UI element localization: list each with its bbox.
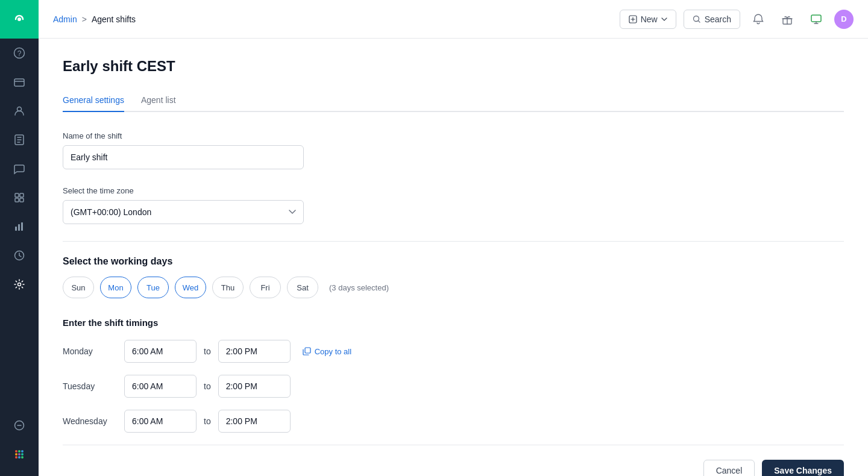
app-logo[interactable] [0,0,39,39]
day-mon[interactable]: Mon [100,277,131,298]
shift-name-label: Name of the shift [63,131,844,140]
avatar[interactable]: D [834,10,854,29]
tuesday-end-input[interactable] [218,375,291,398]
to-label-tuesday: to [204,381,211,391]
page-title: Early shift CEST [63,58,844,75]
day-sat[interactable]: Sat [287,277,318,298]
inbox-icon[interactable] [0,67,39,96]
svg-point-1 [17,17,21,21]
svg-rect-11 [15,227,17,231]
wednesday-start-input[interactable] [124,410,197,433]
timing-row-monday: Monday to Copy to all [63,340,844,363]
day-sun[interactable]: Sun [63,277,94,298]
svg-point-24 [18,456,20,459]
shift-timings-section: Enter the shift timings Monday to Copy t… [63,318,844,433]
book-icon[interactable] [0,125,39,154]
breadcrumb-separator: > [82,14,87,24]
svg-rect-8 [20,193,24,197]
day-selector: Sun Mon Tue Wed Thu Fri Sat (3 days sele… [63,277,844,298]
tab-agent-list[interactable]: Agent list [141,89,176,112]
monday-end-input[interactable] [218,340,291,363]
wednesday-end-input[interactable] [218,410,291,433]
notifications-icon[interactable] [747,8,769,30]
monday-label: Monday [63,346,117,356]
day-wed[interactable]: Wed [175,277,206,298]
main-content: Admin > Agent shifts New Search [39,0,868,476]
svg-rect-12 [18,224,20,231]
svg-rect-9 [15,198,19,202]
search-button[interactable]: Search [684,10,740,29]
chart-icon[interactable] [0,212,39,241]
svg-point-17 [15,450,17,453]
timezone-select[interactable]: (GMT+00:00) London (GMT+01:00) Paris (GM… [63,200,304,224]
status-icon[interactable] [0,411,39,440]
help-icon[interactable]: ? [0,39,39,67]
timezone-section: Select the time zone (GMT+00:00) London … [63,186,844,224]
tabs: General settings Agent list [63,89,844,112]
working-days-section: Select the working days Sun Mon Tue Wed … [63,256,844,298]
timing-row-tuesday: Tuesday to [63,375,844,398]
svg-rect-4 [14,79,24,86]
cancel-button[interactable]: Cancel [703,460,755,476]
breadcrumb-admin[interactable]: Admin [53,14,77,24]
tab-general-settings[interactable]: General settings [63,89,124,112]
timing-row-wednesday: Wednesday to [63,410,844,433]
settings-icon[interactable] [0,270,39,299]
svg-point-22 [21,453,24,456]
clock-icon[interactable] [0,241,39,270]
grid-icon[interactable] [0,183,39,212]
section-divider [63,241,844,242]
day-thu[interactable]: Thu [212,277,244,298]
save-changes-button[interactable]: Save Changes [762,460,844,476]
svg-point-15 [18,283,21,286]
day-fri[interactable]: Fri [250,277,281,298]
svg-rect-13 [21,222,23,231]
svg-rect-29 [811,15,821,22]
sidebar: ? [0,0,39,476]
apps-icon[interactable] [0,440,39,469]
wednesday-label: Wednesday [63,416,117,426]
svg-point-21 [18,453,20,456]
working-days-title: Select the working days [63,256,844,267]
day-tue[interactable]: Tue [137,277,169,298]
page-body: Early shift CEST General settings Agent … [39,39,868,476]
topbar-actions: New Search D [620,8,854,30]
svg-point-25 [21,456,24,459]
tuesday-start-input[interactable] [124,375,197,398]
chat-icon[interactable] [0,154,39,183]
copy-to-all-button[interactable]: Copy to all [298,347,356,356]
shift-timings-title: Enter the shift timings [63,318,844,328]
copy-to-all-label: Copy to all [315,347,351,356]
gift-icon[interactable] [776,8,798,30]
svg-point-18 [18,450,20,453]
new-button[interactable]: New [620,10,676,29]
contacts-icon[interactable] [0,96,39,125]
svg-rect-10 [20,198,24,202]
timezone-label: Select the time zone [63,186,844,195]
topbar: Admin > Agent shifts New Search [39,0,868,39]
svg-rect-7 [15,193,19,197]
svg-text:?: ? [17,49,22,58]
svg-point-19 [21,450,24,453]
tuesday-label: Tuesday [63,381,117,391]
shift-name-input[interactable] [63,145,304,169]
days-selected-count: (3 days selected) [329,283,389,292]
to-label-wednesday: to [204,416,211,426]
monday-start-input[interactable] [124,340,197,363]
shift-name-section: Name of the shift [63,131,844,169]
breadcrumb: Admin > Agent shifts [53,14,620,24]
svg-point-20 [15,453,17,456]
page-footer: Cancel Save Changes [63,445,844,476]
svg-rect-30 [305,348,310,353]
to-label-monday: to [204,346,211,356]
breadcrumb-current: Agent shifts [92,14,136,24]
svg-point-23 [15,456,17,459]
monitor-icon[interactable] [805,8,827,30]
